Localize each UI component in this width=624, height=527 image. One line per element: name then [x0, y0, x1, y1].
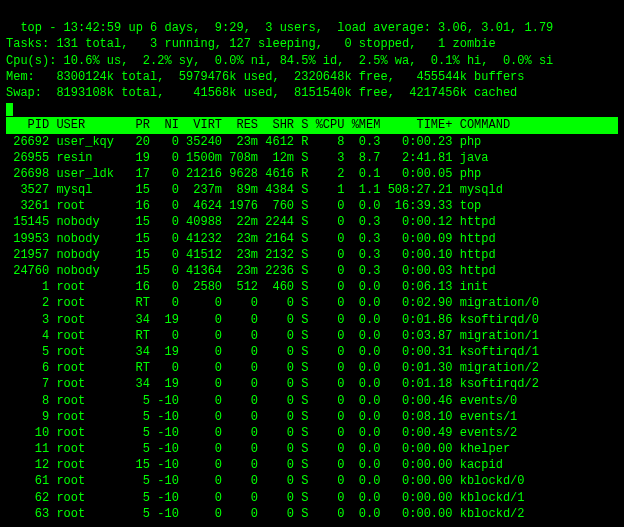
table-row: 3261 root 16 0 4624 1976 760 S 0 0.0 16:…	[6, 198, 618, 214]
table-row: 2 root RT 0 0 0 0 S 0 0.0 0:02.90 migrat…	[6, 295, 618, 311]
table-row: 8 root 5 -10 0 0 0 S 0 0.0 0:00.46 event…	[6, 393, 618, 409]
table-row: 15145 nobody 15 0 40988 22m 2244 S 0 0.3…	[6, 214, 618, 230]
terminal[interactable]: top - 13:42:59 up 6 days, 9:29, 3 users,…	[0, 0, 624, 526]
table-row: 3 root 34 19 0 0 0 S 0 0.0 0:01.86 ksoft…	[6, 312, 618, 328]
summary-cpu: Cpu(s): 10.6% us, 2.2% sy, 0.0% ni, 84.5…	[6, 54, 553, 68]
summary-tasks: Tasks: 131 total, 3 running, 127 sleepin…	[6, 37, 496, 51]
process-list: 26692 user_kqy 20 0 35240 23m 4612 R 8 0…	[6, 134, 618, 523]
cursor-icon	[6, 103, 13, 116]
column-header: PID USER PR NI VIRT RES SHR S %CPU %MEM …	[6, 117, 618, 133]
table-row: 4 root RT 0 0 0 0 S 0 0.0 0:03.87 migrat…	[6, 328, 618, 344]
table-row: 12 root 15 -10 0 0 0 S 0 0.0 0:00.00 kac…	[6, 457, 618, 473]
table-row: 21957 nobody 15 0 41512 23m 2132 S 0 0.3…	[6, 247, 618, 263]
summary-swap: Swap: 8193108k total, 41568k used, 81515…	[6, 86, 517, 100]
table-row: 7 root 34 19 0 0 0 S 0 0.0 0:01.18 ksoft…	[6, 376, 618, 392]
table-row: 63 root 5 -10 0 0 0 S 0 0.0 0:00.00 kblo…	[6, 506, 618, 522]
table-row: 24760 nobody 15 0 41364 23m 2236 S 0 0.3…	[6, 263, 618, 279]
table-row: 19953 nobody 15 0 41232 23m 2164 S 0 0.3…	[6, 231, 618, 247]
table-row: 26698 user_ldk 17 0 21216 9628 4616 R 2 …	[6, 166, 618, 182]
table-row: 10 root 5 -10 0 0 0 S 0 0.0 0:00.49 even…	[6, 425, 618, 441]
table-row: 5 root 34 19 0 0 0 S 0 0.0 0:00.31 ksoft…	[6, 344, 618, 360]
table-row: 26692 user_kqy 20 0 35240 23m 4612 R 8 0…	[6, 134, 618, 150]
table-row: 3527 mysql 15 0 237m 89m 4384 S 1 1.1 50…	[6, 182, 618, 198]
summary-uptime: top - 13:42:59 up 6 days, 9:29, 3 users,…	[20, 21, 553, 35]
table-row: 1 root 16 0 2580 512 460 S 0 0.0 0:06.13…	[6, 279, 618, 295]
summary-mem: Mem: 8300124k total, 5979476k used, 2320…	[6, 70, 524, 84]
table-row: 62 root 5 -10 0 0 0 S 0 0.0 0:00.00 kblo…	[6, 490, 618, 506]
table-row: 61 root 5 -10 0 0 0 S 0 0.0 0:00.00 kblo…	[6, 473, 618, 489]
table-row: 9 root 5 -10 0 0 0 S 0 0.0 0:08.10 event…	[6, 409, 618, 425]
table-row: 6 root RT 0 0 0 0 S 0 0.0 0:01.30 migrat…	[6, 360, 618, 376]
table-row: 26955 resin 19 0 1500m 708m 12m S 3 8.7 …	[6, 150, 618, 166]
table-row: 11 root 5 -10 0 0 0 S 0 0.0 0:00.00 khel…	[6, 441, 618, 457]
